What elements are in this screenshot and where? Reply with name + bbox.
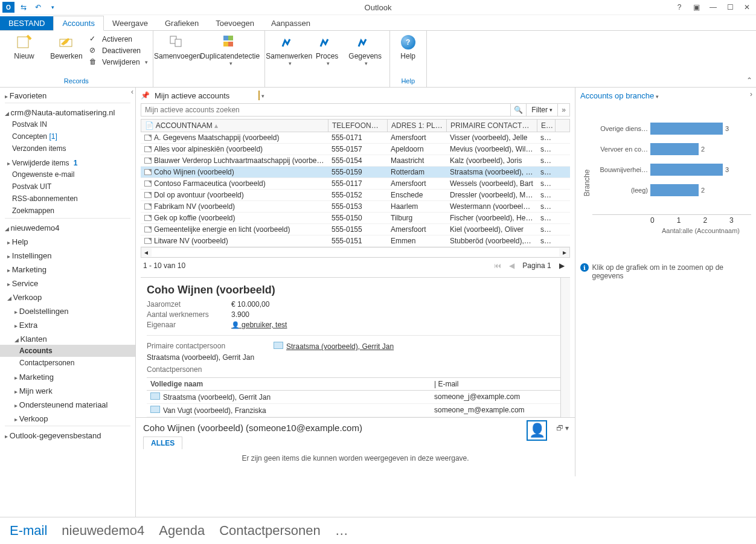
process-icon bbox=[319, 34, 336, 51]
footer-email[interactable]: E-mail bbox=[10, 523, 47, 539]
nav-pst[interactable]: Outlook-gegevensbestand bbox=[0, 427, 135, 441]
table-row[interactable]: Gemeentelijke energie en licht (voorbeel… bbox=[141, 224, 570, 235]
nav-help[interactable]: Help bbox=[0, 234, 135, 248]
primary-contact-link[interactable]: Straatsma (voorbeeld), Gerrit Jan bbox=[274, 342, 394, 351]
qat-sendreceive-icon[interactable]: ⇆ bbox=[18, 2, 29, 13]
btn-bewerken[interactable]: Bewerken bbox=[47, 32, 86, 60]
table-row[interactable]: Alles voor alpineskiën (voorbeeld)555-01… bbox=[141, 144, 570, 155]
contact-row[interactable]: Van Vugt (voorbeeld), Franziskasomeone_m… bbox=[147, 404, 564, 417]
nav-doelstellingen[interactable]: Doelstellingen bbox=[0, 303, 135, 317]
btn-nieuw[interactable]: Nieuw bbox=[5, 32, 43, 60]
table-row[interactable]: Contoso Farmaceutica (voorbeeld)555-0117… bbox=[141, 178, 570, 190]
minimize-icon[interactable]: — bbox=[706, 3, 720, 11]
nav-service[interactable]: Service bbox=[0, 275, 135, 289]
tab-file[interactable]: BESTAND bbox=[0, 16, 53, 30]
nav-sales2[interactable]: Verkoop bbox=[0, 411, 135, 424]
nav-drafts[interactable]: Concepten [1] bbox=[0, 130, 135, 142]
col-phone[interactable]: TELEFOONNUM… bbox=[328, 120, 388, 132]
col-name[interactable]: 📄 ACCOUNTNAAM ▴ bbox=[141, 120, 328, 132]
btn-help[interactable]: ? Help bbox=[395, 32, 421, 60]
owner-link[interactable]: gebruiker, test bbox=[231, 321, 287, 329]
h-scrollbar[interactable]: ◂▸ bbox=[141, 247, 570, 258]
btn-samenvoegen[interactable]: Samenvoegen bbox=[158, 32, 197, 60]
btn-proces[interactable]: Proces bbox=[312, 32, 342, 66]
table-row[interactable]: Dol op avontuur (voorbeeld)555-0152Ensch… bbox=[141, 190, 570, 201]
tab-accounts[interactable]: Accounts bbox=[53, 16, 103, 31]
nav-settings[interactable]: Instellingen bbox=[0, 248, 135, 261]
btn-duplicaten[interactable]: Duplicatendetectie bbox=[200, 32, 260, 66]
table-row[interactable]: Litware NV (voorbeeld)555-0151EmmenStubb… bbox=[141, 235, 570, 247]
nav-marketing2[interactable]: Marketing bbox=[0, 369, 135, 383]
nav-mywork[interactable]: Mijn werk bbox=[0, 383, 135, 397]
nav-collapse-icon[interactable]: ‹ bbox=[131, 88, 133, 96]
table-row[interactable]: Blauwer Verderop Luchtvaartmaatschappij … bbox=[141, 155, 570, 167]
detail-scrollbar[interactable] bbox=[560, 278, 570, 417]
primary-contact-name: Straatsma (voorbeeld), Gerrit Jan bbox=[147, 353, 564, 362]
nav-sales[interactable]: Verkoop bbox=[0, 289, 135, 303]
search-icon[interactable]: 🔍 bbox=[511, 103, 527, 117]
reading-tab-alles[interactable]: ALLES bbox=[143, 437, 182, 449]
col-email[interactable]: E-N bbox=[537, 120, 556, 132]
table-row[interactable]: Gek op koffie (voorbeeld)555-0150Tilburg… bbox=[141, 213, 570, 224]
nav-marketing[interactable]: Marketing bbox=[0, 261, 135, 275]
nav-support[interactable]: Ondersteunend materiaal bbox=[0, 397, 135, 411]
tab-grafieken[interactable]: Grafieken bbox=[156, 16, 207, 30]
nav-favorieten[interactable]: Favorieten bbox=[0, 88, 135, 101]
col-city[interactable]: ADRES 1: PLAATS bbox=[388, 120, 447, 132]
search-input[interactable] bbox=[141, 103, 511, 117]
close-icon[interactable]: ✕ bbox=[740, 3, 754, 11]
nav-contactpersonen[interactable]: Contactpersonen bbox=[0, 357, 135, 369]
nav-sent[interactable]: Verzonden items bbox=[0, 142, 135, 155]
qat-undo-icon[interactable]: ↶ bbox=[33, 2, 43, 13]
nav-crm-root[interactable]: nieuwedemo4 bbox=[0, 220, 135, 234]
chart-bars[interactable]: Overige diens…3Vervoer en co…2Bouwnijver… bbox=[592, 118, 751, 215]
nav-rss[interactable]: RSS-abonnementen bbox=[0, 193, 135, 205]
avatar[interactable] bbox=[527, 420, 547, 441]
footer-agenda[interactable]: Agenda bbox=[159, 523, 205, 539]
pager-next-icon[interactable]: ▶ bbox=[559, 261, 565, 270]
footer-more-icon[interactable]: … bbox=[335, 523, 348, 539]
tab-aanpassen[interactable]: Aanpassen bbox=[263, 16, 319, 30]
btn-activeren[interactable]: ✓Activeren bbox=[89, 34, 148, 44]
nav-accounts[interactable]: Accounts bbox=[0, 345, 135, 357]
nav-klanten[interactable]: Klanten bbox=[0, 331, 135, 345]
main-pane: 📌 Mijn actieve accounts 🔍 Filter▾ » 📄 AC… bbox=[136, 88, 756, 517]
svg-rect-7 bbox=[228, 36, 233, 40]
tab-weergave[interactable]: Weergave bbox=[104, 16, 156, 30]
chart-expand-icon[interactable]: › bbox=[750, 90, 752, 98]
nav-searchfolders[interactable]: Zoekmappen bbox=[0, 205, 135, 217]
nav-junk[interactable]: Ongewenste e-mail bbox=[0, 168, 135, 181]
tab-toevoegen[interactable]: Toevoegen bbox=[207, 16, 263, 30]
qat-customize-icon[interactable]: ▾ bbox=[47, 2, 58, 13]
table-row[interactable]: A. Gegevens Maatschappij (voorbeeld)555-… bbox=[141, 132, 570, 144]
table-row[interactable]: Coho Wijnen (voorbeeld)555-0159Rotterdam… bbox=[141, 167, 570, 178]
btn-deactiveren[interactable]: ⊘Deactiveren bbox=[89, 46, 148, 56]
chart-pane: › Accounts op branche Branche Overige di… bbox=[575, 88, 756, 476]
pager-first-icon[interactable]: ⏮ bbox=[494, 261, 501, 270]
table-row[interactable]: Fabrikam NV (voorbeeld)555-0153HaarlemWe… bbox=[141, 201, 570, 213]
btn-samenwerken[interactable]: Samenwerken bbox=[270, 32, 309, 66]
nav-extra[interactable]: Extra bbox=[0, 317, 135, 331]
maximize-icon[interactable]: ☐ bbox=[723, 3, 737, 11]
contact-row[interactable]: Straatsma (voorbeeld), Gerrit Jansomeone… bbox=[147, 391, 564, 404]
pin-icon[interactable]: 📌 bbox=[141, 91, 150, 100]
nav-account-crm[interactable]: crm@Nauta-automatisering.nl bbox=[0, 104, 135, 118]
nav-outbox[interactable]: Postvak UIT bbox=[0, 181, 135, 193]
ribbon-display-icon[interactable]: ▣ bbox=[690, 3, 703, 11]
footer-contacts[interactable]: Contactpersonen bbox=[219, 523, 321, 539]
chart-title[interactable]: Accounts op branche bbox=[580, 91, 751, 100]
col-contact[interactable]: PRIMAIRE CONTACTPERSO… bbox=[447, 120, 537, 132]
btn-gegevens[interactable]: Gegevens bbox=[346, 32, 385, 66]
group-records-label: Records bbox=[5, 77, 148, 86]
ct-col-name[interactable]: Volledige naam bbox=[150, 380, 434, 388]
btn-verwijderen[interactable]: 🗑Verwijderen bbox=[89, 57, 148, 67]
expand-icon[interactable]: » bbox=[558, 103, 570, 117]
ribbon-collapse-icon[interactable]: ⌃ bbox=[746, 76, 752, 85]
footer-crm[interactable]: nieuwedemo4 bbox=[62, 523, 144, 539]
people-pane-toggle-icon[interactable]: 🗗 ▾ bbox=[556, 424, 569, 432]
filter-button[interactable]: Filter▾ bbox=[527, 103, 558, 117]
pager-prev-icon[interactable]: ◀ bbox=[509, 261, 514, 270]
nav-deleted[interactable]: Verwijderde items 1 bbox=[0, 155, 135, 168]
nav-inbox[interactable]: Postvak IN bbox=[0, 118, 135, 130]
help-icon[interactable]: ? bbox=[673, 3, 686, 11]
